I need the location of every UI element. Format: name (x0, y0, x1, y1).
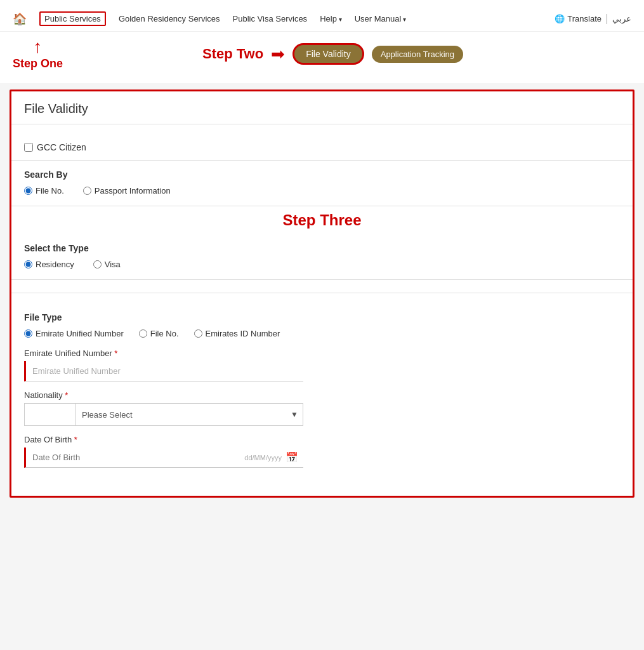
search-by-file-no-radio[interactable] (24, 187, 32, 195)
step-one-annotation: ↑ Step One (13, 38, 63, 70)
translate-label: Translate (567, 14, 601, 23)
dob-label: Date Of Birth (24, 435, 620, 444)
file-validity-button[interactable]: File Validity (292, 43, 364, 65)
search-by-radios: File No. Passport Information (24, 186, 620, 196)
file-type-emiratesid-label: Emirates ID Number (206, 329, 280, 338)
type-residency[interactable]: Residency (24, 260, 74, 269)
type-visa[interactable]: Visa (93, 260, 121, 269)
gcc-citizen-checkbox[interactable] (24, 143, 33, 152)
file-type-radios: Emirate Unified Number File No. Emirates… (24, 329, 620, 338)
search-by-title: Search By (24, 169, 620, 180)
arabic-link[interactable]: عربي (612, 14, 631, 23)
file-type-section: File Type Emirate Unified Number File No… (11, 303, 633, 486)
file-type-emirate-label: Emirate Unified Number (36, 329, 124, 338)
dob-input-wrap: dd/MM/yyyy 📅 (24, 448, 303, 468)
emirate-unified-number-input[interactable] (24, 361, 303, 381)
nationality-label: Nationality (24, 390, 620, 400)
file-type-fileno-label: File No. (150, 329, 179, 338)
gcc-citizen-row: GCC Citizen (11, 135, 633, 161)
translate-icon: 🌐 (555, 14, 565, 23)
type-residency-label: Residency (36, 260, 74, 269)
file-type-title: File Type (24, 312, 620, 322)
nav-right: 🌐 Translate عربي (555, 14, 631, 24)
form-title: File Validity (11, 91, 633, 124)
file-type-emiratesid-radio[interactable] (194, 329, 202, 338)
step-two-area: Step Two ➡ File Validity Application Tra… (202, 43, 463, 65)
home-icon[interactable]: 🏠 (13, 12, 27, 26)
step-two-arrow: ➡ (271, 44, 285, 64)
gap-bottom (11, 486, 633, 496)
type-visa-radio[interactable] (93, 260, 102, 269)
nationality-left-box (24, 403, 75, 426)
nav-public-services[interactable]: Public Services (39, 11, 106, 26)
search-by-file-no[interactable]: File No. (24, 186, 64, 196)
nationality-select-wrap: Please Select ▼ (75, 403, 303, 426)
calendar-icon[interactable]: 📅 (286, 451, 298, 463)
emirate-unified-number-field: Emirate Unified Number (24, 348, 620, 381)
nationality-row: Please Select ▼ (24, 403, 620, 426)
nav-public-visa[interactable]: Public Visa Services (233, 14, 308, 23)
nav-golden-residency[interactable]: Golden Residency Services (119, 14, 220, 23)
select-type-title: Select the Type (24, 243, 620, 253)
step-two-label: Step Two (202, 46, 263, 62)
file-type-emirates-id[interactable]: Emirates ID Number (194, 329, 280, 338)
type-visa-label: Visa (105, 260, 121, 269)
gcc-citizen-label: GCC Citizen (37, 142, 86, 152)
file-type-file-no[interactable]: File No. (139, 329, 179, 338)
nationality-field: Nationality Please Select ▼ (24, 390, 620, 426)
search-by-file-no-label: File No. (36, 186, 64, 196)
type-residency-radio[interactable] (24, 260, 32, 269)
type-radios: Residency Visa (24, 260, 620, 269)
dob-format: dd/MM/yyyy (244, 454, 282, 461)
file-type-fileno-radio[interactable] (139, 329, 147, 338)
step-one-label: Step One (13, 57, 63, 70)
select-type-section: Select the Type Residency Visa (11, 234, 633, 280)
step-three-label: Step Three (282, 211, 361, 229)
emirate-unified-number-label: Emirate Unified Number (24, 348, 620, 358)
search-by-passport-label: Passport Information (95, 186, 171, 196)
file-type-emirate-unified[interactable]: Emirate Unified Number (24, 329, 124, 338)
step-one-arrow: ↑ (34, 38, 43, 56)
nationality-select[interactable]: Please Select (75, 403, 303, 426)
search-by-passport[interactable]: Passport Information (83, 186, 171, 196)
dob-field: Date Of Birth dd/MM/yyyy 📅 (24, 435, 620, 468)
search-by-passport-radio[interactable] (83, 187, 91, 195)
file-type-emirate-radio[interactable] (24, 329, 32, 338)
dob-input[interactable] (26, 448, 244, 467)
gap-middle2 (11, 293, 633, 303)
nav-divider (607, 14, 607, 24)
navbar: 🏠 Public Services Golden Residency Servi… (0, 6, 644, 32)
step-three-container: Step Three (11, 206, 633, 234)
gap-middle (11, 280, 633, 293)
nav-user-manual[interactable]: User Manual (355, 14, 406, 23)
application-tracking-button[interactable]: Application Tracking (372, 46, 463, 63)
gap-top (11, 124, 633, 135)
nav-help[interactable]: Help (320, 14, 342, 23)
steps-area: ↑ Step One Step Two ➡ File Validity Appl… (0, 32, 644, 83)
translate-button[interactable]: 🌐 Translate (555, 14, 601, 23)
main-form-box: File Validity GCC Citizen Search By File… (10, 90, 634, 498)
search-by-section: Search By File No. Passport Information (11, 161, 633, 206)
